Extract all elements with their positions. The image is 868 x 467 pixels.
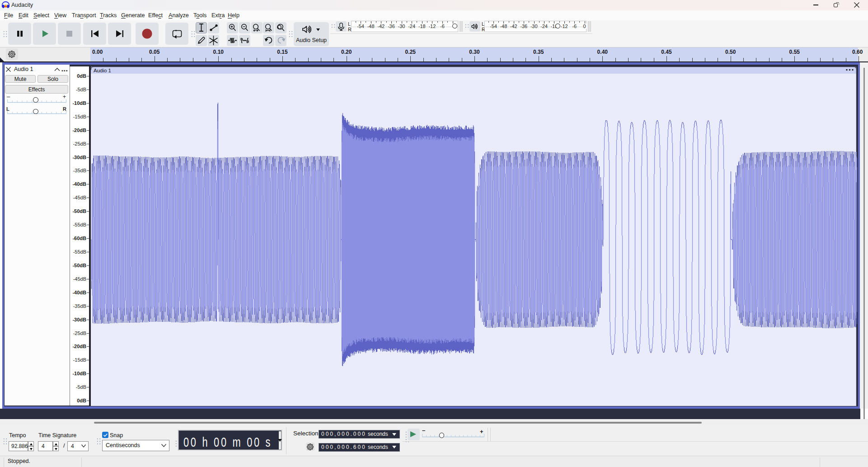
svg-text:Audio 1: Audio 1 [94,67,111,73]
